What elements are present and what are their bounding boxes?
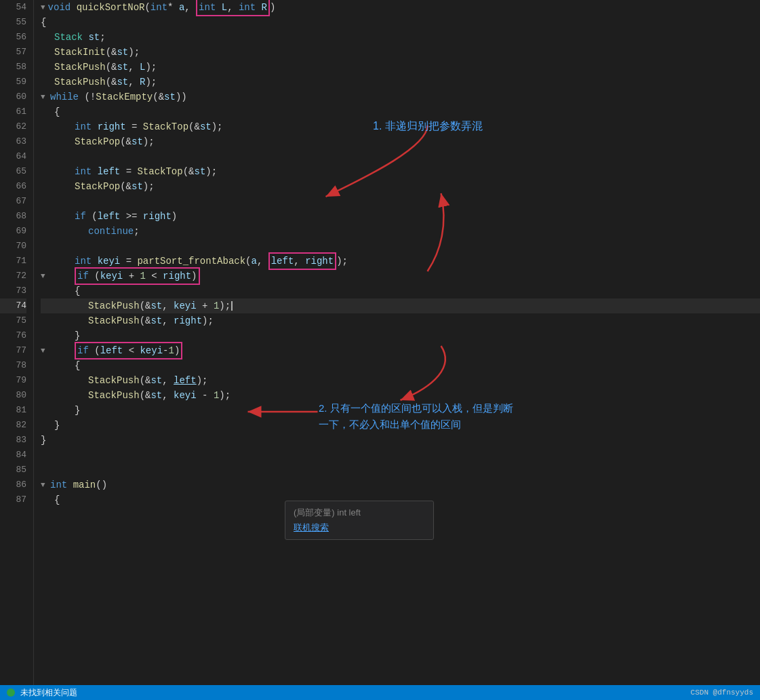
line-num-73: 73: [0, 284, 26, 298]
line-num-85: 85: [0, 463, 26, 478]
line-num-63: 63: [0, 134, 26, 149]
code-line-72: ▼if (keyi + 1 < right): [41, 269, 760, 284]
code-line-57: StackInit(&st);: [41, 45, 760, 60]
code-line-65: int left = StackTop(&st);: [41, 164, 760, 179]
code-line-58: StackPush(&st, L);: [41, 60, 760, 75]
line-num-80: 80: [0, 388, 26, 403]
line-num-74: 74: [0, 298, 26, 313]
code-line-75: StackPush(&st, right);: [41, 313, 760, 328]
code-line-67: [41, 194, 760, 209]
code-line-63: StackPop(&st);: [41, 134, 760, 149]
line-num-71: 71: [0, 254, 26, 269]
line-num-60: 60: [0, 90, 26, 104]
code-line-54: ▼void quickSortNoR(int* a, int L, int R): [41, 0, 760, 15]
line-num-81: 81: [0, 403, 26, 418]
line-num-55: 55: [0, 15, 26, 30]
code-line-74: StackPush(&st, keyi + 1);: [41, 298, 760, 313]
code-line-84: [41, 448, 760, 463]
code-line-76: }: [41, 328, 760, 343]
code-line-79: StackPush(&st, left);: [41, 373, 760, 388]
code-line-73: {: [41, 284, 760, 298]
code-line-81: }: [41, 403, 760, 418]
code-line-82: }: [41, 418, 760, 433]
code-line-68: if (left >= right): [41, 209, 760, 224]
code-line-55: {: [41, 15, 760, 30]
code-line-78: {: [41, 358, 760, 373]
code-line-83: }: [41, 433, 760, 448]
line-num-62: 62: [0, 119, 26, 134]
code-line-86: ▼int main(): [41, 478, 760, 492]
code-line-59: StackPush(&st, R);: [41, 75, 760, 90]
line-num-87: 87: [0, 492, 26, 507]
line-num-57: 57: [0, 45, 26, 60]
line-num-72: 72: [0, 269, 26, 284]
line-num-67: 67: [0, 194, 26, 209]
line-num-86: 86: [0, 478, 26, 492]
line-num-70: 70: [0, 239, 26, 254]
code-content[interactable]: ▼void quickSortNoR(int* a, int L, int R)…: [34, 0, 760, 685]
line-num-76: 76: [0, 328, 26, 343]
code-line-70: [41, 239, 760, 254]
tooltip-header: (局部变量) int left: [294, 507, 425, 519]
line-num-83: 83: [0, 433, 26, 448]
line-num-82: 82: [0, 418, 26, 433]
line-num-66: 66: [0, 179, 26, 194]
tooltip-link[interactable]: 联机搜索: [294, 522, 425, 534]
line-num-65: 65: [0, 164, 26, 179]
code-line-80: StackPush(&st, keyi - 1);: [41, 388, 760, 403]
code-line-62: int right = StackTop(&st);: [41, 119, 760, 134]
line-num-59: 59: [0, 75, 26, 90]
status-error-text: 未找到相关问题: [20, 687, 77, 699]
status-bar: 未找到相关问题 CSDN @dfnsyyds: [0, 685, 760, 700]
line-num-78: 78: [0, 358, 26, 373]
line-num-64: 64: [0, 149, 26, 164]
code-area: 54 55 56 57 58 59 60 61 62 63 64 65 66 6…: [0, 0, 760, 685]
tooltip-popup[interactable]: (局部变量) int left 联机搜索: [285, 501, 434, 540]
line-numbers: 54 55 56 57 58 59 60 61 62 63 64 65 66 6…: [0, 0, 34, 685]
code-line-66: StackPop(&st);: [41, 179, 760, 194]
code-line-71: int keyi = partSort_frontAback(a, left, …: [41, 254, 760, 269]
line-num-56: 56: [0, 30, 26, 45]
code-line-60: ▼while (!StackEmpty(&st)): [41, 90, 760, 104]
code-line-64: [41, 149, 760, 164]
line-num-54: 54: [0, 0, 26, 15]
status-brand: CSDN @dfnsyyds: [691, 688, 753, 697]
code-line-69: continue;: [41, 224, 760, 239]
code-line-56: Stack st;: [41, 30, 760, 45]
status-dot: [7, 688, 15, 697]
line-num-84: 84: [0, 448, 26, 463]
line-num-79: 79: [0, 373, 26, 388]
code-line-85: [41, 463, 760, 478]
editor-container: 54 55 56 57 58 59 60 61 62 63 64 65 66 6…: [0, 0, 760, 700]
line-num-75: 75: [0, 313, 26, 328]
status-left: 未找到相关问题: [7, 687, 77, 699]
code-line-61: {: [41, 104, 760, 119]
line-num-77: 77: [0, 343, 26, 358]
line-num-58: 58: [0, 60, 26, 75]
line-num-69: 69: [0, 224, 26, 239]
line-num-61: 61: [0, 104, 26, 119]
code-line-77: ▼if (left < keyi-1): [41, 343, 760, 358]
line-num-68: 68: [0, 209, 26, 224]
